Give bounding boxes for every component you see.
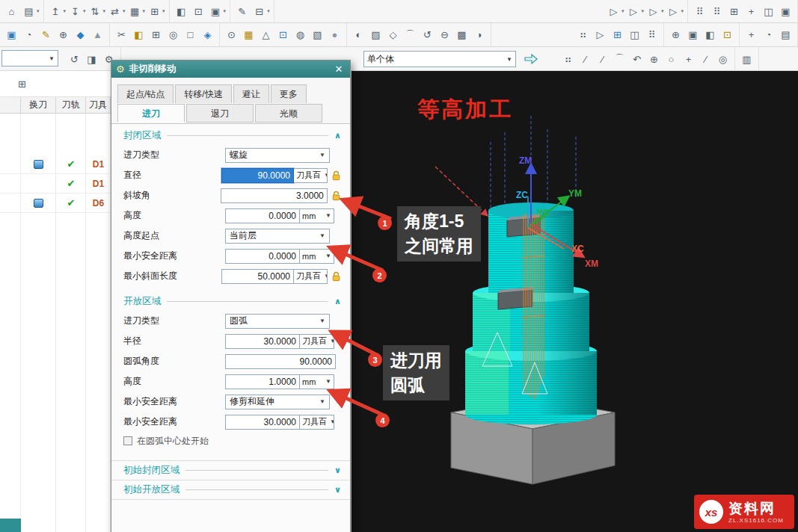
toolbar-icon[interactable]: ⌒ [402,27,418,43]
toolbar-icon[interactable]: ◎ [715,52,731,67]
min-clearance-input[interactable]: 0.0000 [225,249,300,264]
unlock-icon[interactable] [330,189,343,202]
toolbar-icon[interactable]: ⠿ [709,4,725,19]
toolbar-icon[interactable]: ▣ [4,27,19,43]
toolbar-icon[interactable]: ⌂ [4,4,19,19]
toolbar-icon[interactable]: ◎ [165,27,181,43]
toolbar-icon[interactable]: ◫ [761,4,776,19]
toolbar-icon[interactable]: ◈ [200,27,215,43]
dropdown-arrow-icon[interactable]: ▾ [681,8,684,14]
unlock-icon[interactable] [330,169,343,182]
table-row[interactable]: ✔ D1 [0,155,111,174]
toolbar-icon[interactable]: ▩ [454,27,470,43]
selection-filter-combo[interactable]: ▼ [1,50,58,66]
dropdown-arrow-icon[interactable]: ▾ [64,8,67,14]
toolbar-icon[interactable]: ● [327,27,343,43]
toolbar-icon[interactable]: ⌒ [612,52,627,67]
navigator-icon[interactable]: ⊞ [14,76,30,92]
toolbar-icon[interactable]: ↺ [420,27,435,43]
toolbar-icon[interactable]: ▷ [625,4,641,19]
toolbar-icon[interactable]: ⊕ [55,27,71,43]
open-height-unit-select[interactable]: mm▼ [300,374,334,389]
toolbar-icon[interactable]: ◆ [73,27,88,43]
toolbar-icon[interactable]: ◧ [702,27,718,43]
engage-type-select[interactable]: 螺旋▼ [225,148,330,163]
height-unit-select[interactable]: mm▼ [300,208,334,223]
toolbar-icon[interactable]: ▷ [606,4,621,19]
start-at-arc-center-checkbox[interactable] [123,436,132,445]
toolbar-icon[interactable]: ◇ [385,27,401,43]
tab-more[interactable]: 更多 [271,84,307,103]
min-ramp-length-input[interactable]: 50.0000 [221,269,294,284]
toolbar-icon[interactable]: ↺ [67,52,82,67]
toolbar-icon[interactable]: + [743,4,759,19]
tab-transfer-rapid[interactable]: 转移/快速 [175,84,231,103]
go-arrow-icon[interactable] [524,53,538,65]
column-header[interactable]: 换刀 [21,97,56,113]
tab-avoidance[interactable]: 避让 [233,84,269,103]
tab-engage[interactable]: 进刀 [117,104,185,123]
arc-angle-input[interactable]: 90.0000 [225,354,336,369]
toolbar-icon[interactable]: ✎ [38,27,54,43]
toolbar-icon[interactable]: ⇄ [107,4,123,19]
toolbar-icon[interactable]: ◔ [21,27,37,43]
toolbar-icon[interactable]: ⇅ [88,4,103,19]
toolbar-icon[interactable]: ⊡ [719,27,735,43]
toolbar-icon[interactable]: ▨ [368,27,384,43]
toolbar-icon[interactable]: ▤ [21,4,37,19]
dropdown-arrow-icon[interactable]: ▾ [641,8,644,14]
chevron-up-icon[interactable]: ∧ [334,131,341,140]
open-min-clearance-input[interactable]: 30.0000 [225,415,300,430]
toolbar-icon[interactable]: ⠿ [644,27,660,43]
toolbar-icon[interactable]: ▦ [127,4,143,19]
dropdown-arrow-icon[interactable]: ▾ [143,8,146,14]
toolbar-icon[interactable]: ◐ [351,27,366,43]
trim-extend-select[interactable]: 修剪和延伸▼ [225,395,330,409]
tab-smoothing[interactable]: 光顺 [255,104,322,123]
toolbar-icon[interactable]: ⠶ [575,27,591,43]
height-ref-select[interactable]: 当前层▼ [225,229,330,244]
toolbar-icon[interactable]: + [681,52,696,67]
toolbar-icon[interactable]: ⊟ [251,4,267,19]
toolbar-icon[interactable]: ∕ [595,52,610,67]
section-initial-closed-area[interactable]: 初始封闭区域∨ [111,460,350,480]
toolbar-icon[interactable]: + [743,27,759,43]
column-header[interactable]: 刀轨 [56,97,86,113]
toolbar-icon[interactable]: ◍ [292,27,308,43]
toolbar-icon[interactable]: ∕ [577,52,593,67]
close-icon[interactable]: ✕ [332,64,346,75]
toolbar-icon[interactable]: ▣ [778,4,794,19]
chevron-up-icon[interactable]: ∧ [334,297,341,306]
toolbar-icon[interactable]: ▥ [739,52,755,67]
open-min-clearance-unit-select[interactable]: 刀具百▼ [300,415,334,430]
dropdown-arrow-icon[interactable]: ▾ [103,8,106,14]
toolbar-icon[interactable]: △ [258,27,274,43]
toolbar-icon[interactable]: ⊕ [646,52,662,67]
table-row[interactable]: ✔ D6 [0,194,111,213]
tab-start-drill[interactable]: 起点/钻点 [117,84,174,103]
section-closed-area[interactable]: 封闭区域∧ [111,126,350,145]
toolbar-icon[interactable]: ∕ [698,52,713,67]
toolbar-icon[interactable]: □ [182,27,198,43]
chevron-down-icon[interactable]: ∨ [334,485,341,495]
chevron-down-icon[interactable]: ∨ [334,466,341,475]
toolbar-icon[interactable]: ⊡ [191,4,206,19]
toolbar-icon[interactable]: ⠶ [560,52,576,67]
toolbar-icon[interactable]: ✂ [114,27,129,43]
toolbar-icon[interactable]: ✎ [234,4,250,19]
min-clearance-unit-select[interactable]: mm▼ [300,249,334,264]
tab-retract[interactable]: 退刀 [186,104,254,123]
toolbar-icon[interactable]: ▷ [592,27,608,43]
toolbar-icon[interactable]: ▣ [685,27,701,43]
radius-unit-select[interactable]: 刀具百▼ [300,334,334,349]
dropdown-arrow-icon[interactable]: ▾ [267,8,270,14]
dropdown-arrow-icon[interactable]: ▾ [661,8,664,14]
toolbar-icon[interactable]: ▣ [208,4,224,19]
diameter-unit-select[interactable]: 刀具百▼ [294,168,328,183]
toolbar-icon[interactable]: ▷ [645,4,661,19]
dropdown-arrow-icon[interactable]: ▾ [162,8,165,14]
diameter-input[interactable]: 90.0000 [221,168,294,183]
open-engage-type-select[interactable]: 圆弧▼ [225,314,330,329]
toolbar-icon[interactable]: ◔ [761,27,776,43]
toolbar-icon[interactable]: ↶ [629,52,645,67]
